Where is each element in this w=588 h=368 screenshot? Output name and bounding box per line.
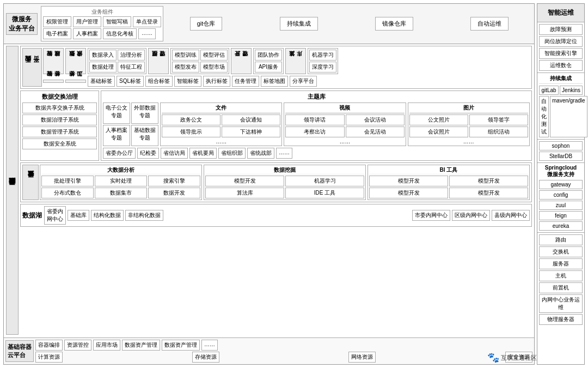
ai-data-input: 数据录入 (89, 50, 117, 61)
de-item-1: 数据治理子系统 (22, 114, 97, 125)
bd-a-1: 实时处理 (95, 176, 147, 186)
watermark-text: 互联互通社区 (501, 354, 537, 362)
right-ci-row2: 自动化测试 maven/gradle (539, 96, 583, 137)
bd-analysis: 大数据分析 批处理引擎 实时处理 搜索引擎 分布式数仓 数据集市 数据开发 (40, 165, 202, 200)
right-ci-section: 持续集成 gitLab Jenkins 自动化测试 maven/gradle (537, 73, 584, 140)
bd-analysis-grid: 批处理引擎 实时处理 搜索引擎 分布式数仓 数据集市 数据开发 (41, 176, 200, 198)
bc-r2-2: 网络资源 (348, 352, 376, 363)
de-item-0: 数据共享交换子系统 (22, 102, 97, 113)
biz-row-2: 电子档案 人事档案 信息化考核 …… (43, 28, 161, 39)
bd-a-3: 分布式数仓 (41, 188, 94, 198)
tl-col-ext: 外部数据专题 (131, 102, 158, 124)
file-item-2: 领导批示 (162, 126, 220, 137)
dl-item-0: 省委内网中心 (44, 206, 66, 225)
bottom-container-label: 基础容器云平台 (5, 340, 34, 362)
tl-col-egw: 电子公文专题 (103, 102, 130, 124)
right-jenkins: Jenkins (560, 86, 583, 95)
biz-row-1: 权限管理 用户管理 智能写稿 单点登录 (43, 16, 161, 27)
sc-config: config (539, 190, 583, 200)
video-item-2: 考察出访 (285, 126, 344, 137)
ai-content: 智能建模 数据搜索 数据录入 治理分析 数据处理 特征工程 (43, 48, 530, 87)
right-fault-predict: 故障预测 (539, 24, 583, 35)
datalake-label: 数据湖 (22, 211, 42, 220)
service-ci: 持续集成 (280, 17, 318, 31)
ai-model-label: 模型管理 (148, 48, 169, 74)
right-sophon: sophon (539, 141, 583, 150)
theme-library: 主题库 电子公文专题 人事档案专题 外部数据专题 基础数据专题 (101, 91, 532, 161)
bd-m-3: IDE 工具 (285, 188, 364, 198)
bc-3: 数据资产管理 (122, 340, 160, 351)
watermark: 🐾 互联互通社区 (487, 352, 537, 364)
bigdata-sub: 大数据分析 批处理引擎 实时处理 搜索引擎 分布式数仓 数据集市 数据开发 (40, 165, 530, 200)
sc-feign: feign (539, 211, 583, 220)
bc-0: 容器编排 (35, 340, 63, 351)
top-row-label: 微服务业务平台 (6, 13, 38, 35)
video-item-1: 会议活动 (346, 114, 405, 125)
datalake-items: 省委内网中心 基础库 结构化数据 非结构化数据 (44, 206, 163, 225)
bigdata-inner: 大数据分析 批处理引擎 实时处理 搜索引擎 分布式数仓 数据集市 数据开发 (40, 165, 530, 200)
right-position-fault: 岗位故障定位 (539, 36, 583, 47)
bc-r2-1: 存储资源 (192, 352, 219, 363)
pic-item-3: 组织活动 (469, 126, 528, 137)
tl-col-hr: 人事档案专题 (103, 125, 130, 146)
tag-task: 任务管理 (232, 76, 259, 87)
tl-file-items: 政务公文 会议通知 领导批示 下达精神 …… (162, 114, 280, 144)
right-maven: maven/gradle (550, 96, 587, 137)
tag-exec: 执行标签 (203, 76, 230, 87)
service-git: git仓库 (190, 17, 223, 31)
bottom-row-2: 计算资源 存储资源 网络资源 安全资源 (35, 352, 532, 363)
de-item-3: 数据安全系统 (22, 138, 97, 149)
tl-bottom-4: 省组织部 (218, 148, 246, 159)
infra-host: 主机 (539, 270, 583, 281)
bd-mining-title: 数据挖掘 (205, 166, 364, 174)
dl-item-3: 非结构化数据 (125, 210, 163, 221)
de-items: 数据共享交换子系统 数据治理子系统 数据管理子系统 数据安全系统 (22, 102, 97, 149)
ai-data-process: 数据处理 (89, 62, 117, 73)
pic-item-1: 领导签字 (469, 114, 528, 125)
tl-bottom-5: 省统战部 (247, 148, 274, 159)
biz-box: 电子档案 (43, 28, 71, 39)
biz-box: 权限管理 (43, 16, 71, 27)
bd-a-2: 搜索引擎 (148, 176, 200, 186)
bd-bi-title: BI 工具 (369, 166, 528, 174)
tag-map: 标签地图 (261, 76, 288, 87)
ai-row-2: 智能标签 标签加工 基础标签 SQL标签 组合标签 智能标签 执行标签 任务管理… (43, 76, 530, 87)
de-item-2: 数据管理子系统 (22, 126, 97, 137)
ai-tagprocess-label: 标签加工 (65, 80, 86, 83)
ai-alg-label: 算法库 (285, 48, 306, 74)
tl-title: 主题库 (103, 93, 530, 101)
datalake-section: 数据湖 省委内网中心 基础库 结构化数据 非结构化数据 市委内网中心 区级内网中… (20, 204, 532, 227)
bc-5: …… (201, 340, 218, 351)
pic-item-2: 会议照片 (409, 126, 468, 137)
dev-team: 团队协作 (255, 50, 282, 61)
right-panel: 智能运维 故障预测 岗位故障定位 智能搜索引擎 运维数仓 持续集成 gitLab… (537, 3, 585, 365)
bc-r2-0: 计算资源 (35, 352, 63, 363)
bd-a-5: 数据开发 (148, 188, 200, 198)
tl-video-items: 领导讲话 会议活动 考察出访 会见活动 …… (285, 114, 404, 144)
ai-dev-label: 开发管理 (231, 48, 252, 74)
tl-picture-section: 图片 公文照片 领导签字 会议照片 组织活动 (408, 102, 530, 146)
right-smart-search: 智能搜索引擎 (539, 48, 583, 59)
file-item-0: 政务公文 (162, 114, 220, 125)
right-third-party: sophon StellarDB (537, 140, 584, 163)
infra-physical: 物理服务器 (539, 314, 583, 325)
bottom-content: 容器编排 资源管控 应用市场 数据资产管理 数据资产管理 …… 计算资源 存储资… (35, 340, 532, 363)
ai-data-analysis: 治理分析 (118, 50, 145, 61)
dl-item-1: 基础库 (68, 210, 89, 221)
infra-intranet-ops: 内网中心业务运维 (539, 294, 583, 313)
bc-4: 数据资产管理 (162, 340, 200, 351)
tl-video-section: 视频 领导讲话 会议活动 考察出访 会见活动 (284, 102, 406, 146)
bd-b-3: 模型开发 (449, 188, 528, 198)
ai-tag-label: 智能标签 (43, 80, 64, 83)
tl-video-title: 视频 (285, 104, 404, 113)
file-dots: …… (162, 138, 280, 144)
dl-item-2: 结构化数据 (91, 210, 124, 221)
tag-combo: 组合标签 (145, 76, 173, 87)
bd-b-2: 模型开发 (369, 188, 448, 198)
biz-box: 单点登录 (133, 16, 161, 27)
service-devops: 自动运维 (470, 17, 509, 31)
ai-feature: 特征工程 (118, 62, 145, 73)
right-smart-ops: 故障预测 岗位故障定位 智能搜索引擎 运维数仓 (537, 22, 584, 73)
bd-b-0: 模型开发 (369, 176, 448, 186)
right-ci-title: 持续集成 (539, 75, 583, 84)
